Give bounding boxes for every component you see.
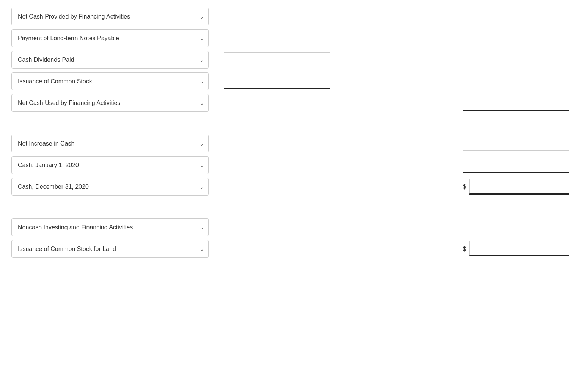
row-net-cash-provided: Net Cash Provided by Financing Activitie… [11, 8, 577, 25]
currency-symbol-cash-dec: $ [463, 183, 466, 190]
currency-symbol-issuance-land: $ [463, 246, 466, 252]
issuance-land-field-wrapper [469, 241, 569, 257]
row-cash-dec: Cash, December 31, 2020 ⌄ $ [11, 178, 577, 196]
issuance-common-stock-select[interactable]: Issuance of Common Stock [11, 72, 209, 90]
issuance-common-stock-input[interactable] [224, 74, 330, 89]
cash-dec-field-wrapper [469, 179, 569, 195]
row-net-cash-used: Net Cash Used by Financing Activities ⌄ [11, 94, 577, 112]
cash-dec-input[interactable] [469, 179, 569, 194]
cash-dividends-input-wrapper [224, 52, 330, 67]
net-cash-used-dropdown-wrapper: Net Cash Used by Financing Activities ⌄ [11, 94, 209, 112]
issuance-land-input[interactable] [469, 241, 569, 256]
net-cash-provided-select[interactable]: Net Cash Provided by Financing Activitie… [11, 8, 209, 25]
cash-dividends-input[interactable] [224, 52, 330, 67]
row-net-increase-cash: Net Increase in Cash ⌄ [11, 135, 577, 152]
noncash-dropdown-wrapper: Noncash Investing and Financing Activiti… [11, 218, 209, 236]
issuance-land-select[interactable]: Issuance of Common Stock for Land [11, 240, 209, 258]
cash-dec-dropdown-wrapper: Cash, December 31, 2020 ⌄ [11, 178, 209, 196]
cash-jan-input-wrapper [463, 158, 569, 173]
issuance-common-stock-dropdown-wrapper: Issuance of Common Stock ⌄ [11, 72, 209, 90]
financing-activities-section: Net Cash Provided by Financing Activitie… [11, 8, 577, 112]
net-increase-cash-dropdown-wrapper: Net Increase in Cash ⌄ [11, 135, 209, 152]
cash-jan-input[interactable] [463, 158, 569, 173]
gap-1 [11, 116, 577, 135]
cash-dividends-dropdown-wrapper: Cash Dividends Paid ⌄ [11, 51, 209, 69]
payment-long-term-input-wrapper [224, 31, 330, 45]
cash-dec-input-wrapper: $ [463, 179, 569, 195]
row-payment-long-term: Payment of Long-term Notes Payable ⌄ [11, 29, 577, 47]
noncash-section: Noncash Investing and Financing Activiti… [11, 218, 577, 258]
issuance-common-stock-input-wrapper [224, 74, 330, 89]
gap-2 [11, 199, 577, 218]
cash-totals-section: Net Increase in Cash ⌄ Cash, January 1, … [11, 135, 577, 196]
net-cash-used-input-wrapper [463, 96, 569, 111]
net-cash-used-select[interactable]: Net Cash Used by Financing Activities [11, 94, 209, 112]
cash-dividends-select[interactable]: Cash Dividends Paid [11, 51, 209, 69]
row-issuance-common-stock: Issuance of Common Stock ⌄ [11, 72, 577, 90]
net-cash-provided-dropdown-wrapper: Net Cash Provided by Financing Activitie… [11, 8, 209, 25]
issuance-land-input-wrapper: $ [463, 241, 569, 257]
cash-dec-select[interactable]: Cash, December 31, 2020 [11, 178, 209, 196]
net-cash-used-input[interactable] [463, 96, 569, 111]
net-increase-cash-input[interactable] [463, 136, 569, 151]
cash-jan-dropdown-wrapper: Cash, January 1, 2020 ⌄ [11, 156, 209, 174]
noncash-select[interactable]: Noncash Investing and Financing Activiti… [11, 218, 209, 236]
row-cash-dividends: Cash Dividends Paid ⌄ [11, 51, 577, 69]
row-cash-jan: Cash, January 1, 2020 ⌄ [11, 156, 577, 174]
row-issuance-common-stock-land: Issuance of Common Stock for Land ⌄ $ [11, 240, 577, 258]
net-increase-cash-input-wrapper [463, 136, 569, 151]
payment-long-term-input[interactable] [224, 31, 330, 45]
cash-jan-select[interactable]: Cash, January 1, 2020 [11, 156, 209, 174]
payment-long-term-select[interactable]: Payment of Long-term Notes Payable [11, 29, 209, 47]
payment-long-term-dropdown-wrapper: Payment of Long-term Notes Payable ⌄ [11, 29, 209, 47]
net-increase-cash-select[interactable]: Net Increase in Cash [11, 135, 209, 152]
issuance-land-dropdown-wrapper: Issuance of Common Stock for Land ⌄ [11, 240, 209, 258]
row-noncash-header: Noncash Investing and Financing Activiti… [11, 218, 577, 236]
